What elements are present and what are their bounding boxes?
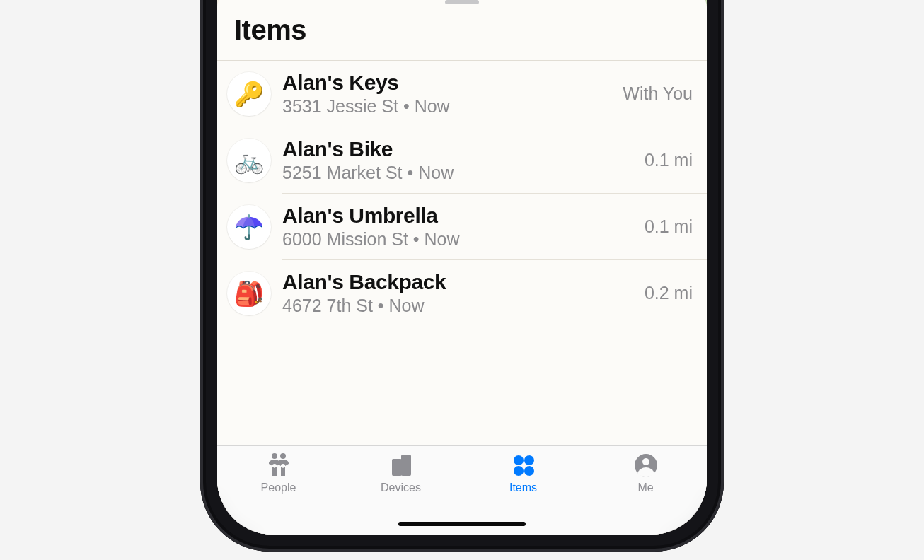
svg-point-17 (524, 455, 534, 465)
item-row[interactable]: ☂️ Alan's Umbrella 6000 Mission St • Now… (217, 194, 707, 259)
svg-point-18 (514, 466, 524, 476)
item-title: Alan's Backpack (282, 270, 633, 294)
person-circle-icon (632, 452, 660, 479)
bicycle-icon: 🚲 (227, 139, 271, 182)
item-main: Alan's Backpack 4672 7th St • Now (282, 270, 633, 316)
item-subtitle: 4672 7th St • Now (282, 296, 633, 316)
sheet-title: Items (217, 8, 707, 60)
home-indicator[interactable] (398, 522, 526, 526)
tab-bar: People Devices Items Me (217, 445, 707, 535)
svg-point-16 (514, 455, 524, 465)
item-title: Alan's Umbrella (282, 204, 633, 228)
item-status: 0.1 mi (645, 216, 693, 237)
key-icon: 🔑 (227, 72, 271, 116)
items-icon (509, 452, 538, 479)
phone-frame: Go GoMarket & Deli HarvestUrban Market M… (200, 0, 724, 552)
item-main: Alan's Keys 3531 Jessie St • Now (282, 71, 611, 117)
svg-point-21 (642, 458, 649, 465)
tab-label: Devices (381, 482, 421, 494)
sheet-grabber[interactable] (445, 0, 479, 4)
item-title: Alan's Bike (282, 137, 633, 161)
tab-me[interactable]: Me (584, 452, 707, 535)
item-main: Alan's Umbrella 6000 Mission St • Now (282, 204, 633, 250)
item-subtitle: 5251 Market St • Now (282, 163, 633, 183)
people-icon (265, 452, 293, 479)
svg-point-12 (272, 453, 277, 459)
svg-point-19 (524, 466, 534, 476)
item-row[interactable]: 🎒 Alan's Backpack 4672 7th St • Now 0.2 … (217, 260, 707, 326)
svg-rect-15 (401, 455, 411, 476)
item-status: 0.2 mi (645, 283, 693, 303)
item-title: Alan's Keys (282, 71, 611, 95)
umbrella-icon: ☂️ (227, 205, 271, 249)
svg-rect-14 (392, 459, 402, 476)
devices-icon (387, 452, 415, 479)
tab-label: People (261, 482, 296, 494)
item-main: Alan's Bike 5251 Market St • Now (282, 137, 633, 183)
backpack-icon: 🎒 (227, 272, 271, 315)
tab-people[interactable]: People (217, 452, 340, 535)
tab-label: Me (637, 482, 653, 494)
item-status: With You (623, 83, 693, 104)
tab-label: Items (509, 482, 537, 494)
item-subtitle: 6000 Mission St • Now (282, 229, 633, 250)
item-subtitle: 3531 Jessie St • Now (282, 96, 611, 117)
item-status: 0.1 mi (645, 150, 693, 170)
screen: Go GoMarket & Deli HarvestUrban Market M… (217, 0, 707, 535)
item-row[interactable]: 🔑 Alan's Keys 3531 Jessie St • Now With … (217, 61, 707, 127)
svg-point-13 (280, 453, 286, 459)
item-row[interactable]: 🚲 Alan's Bike 5251 Market St • Now 0.1 m… (217, 127, 707, 193)
